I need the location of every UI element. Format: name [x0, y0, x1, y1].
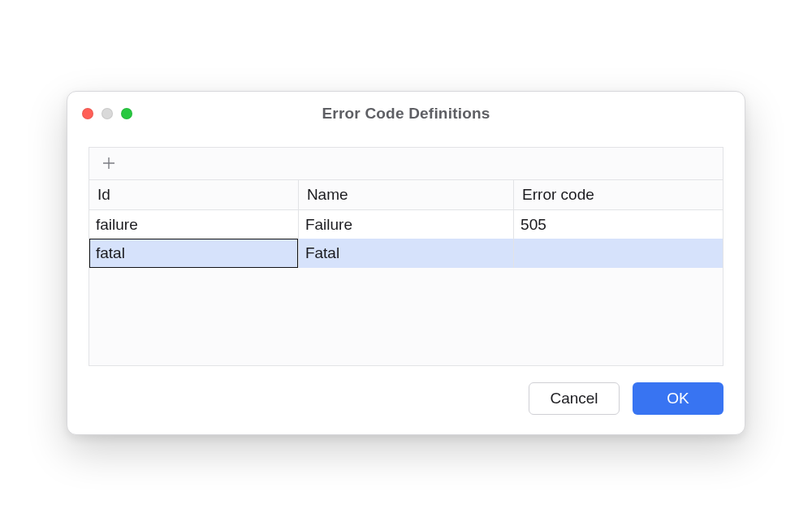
table-row[interactable]: failure Failure 505	[89, 209, 723, 239]
cancel-button[interactable]: Cancel	[529, 382, 620, 415]
error-codes-table: Id Name Error code failure Failure 505	[89, 180, 723, 269]
dialog-content: Id Name Error code failure Failure 505	[67, 136, 745, 435]
add-row-button[interactable]	[99, 153, 119, 173]
cell-name[interactable]: Fatal	[298, 239, 513, 268]
dialog-window: Error Code Definitions	[67, 91, 745, 436]
zoom-window-button[interactable]	[121, 108, 132, 119]
cell-id[interactable]: failure	[89, 209, 298, 239]
dialog-footer: Cancel OK	[89, 366, 723, 415]
plus-icon	[102, 156, 116, 170]
cell-id-editing[interactable]: fatal	[89, 239, 298, 268]
table-header-row: Id Name Error code	[89, 180, 723, 210]
dialog-title: Error Code Definitions	[67, 105, 745, 123]
cell-editor-value: fatal	[96, 244, 125, 262]
ok-button[interactable]: OK	[633, 382, 723, 415]
titlebar: Error Code Definitions	[67, 92, 745, 136]
cell-error-code[interactable]: 505	[514, 209, 723, 239]
column-header-id[interactable]: Id	[89, 180, 298, 210]
table-container: Id Name Error code failure Failure 505	[89, 147, 723, 367]
cell-name[interactable]: Failure	[298, 209, 513, 239]
column-header-error-code[interactable]: Error code	[514, 180, 723, 210]
cell-error-code[interactable]	[514, 239, 723, 268]
minimize-window-button[interactable]	[102, 108, 113, 119]
window-controls	[82, 108, 132, 119]
table-empty-area	[89, 268, 723, 365]
cell-editor[interactable]: fatal	[89, 239, 298, 268]
table-row[interactable]: fatal Fatal	[89, 239, 723, 268]
close-window-button[interactable]	[82, 108, 93, 119]
table-toolbar	[89, 148, 723, 180]
column-header-name[interactable]: Name	[298, 180, 513, 210]
